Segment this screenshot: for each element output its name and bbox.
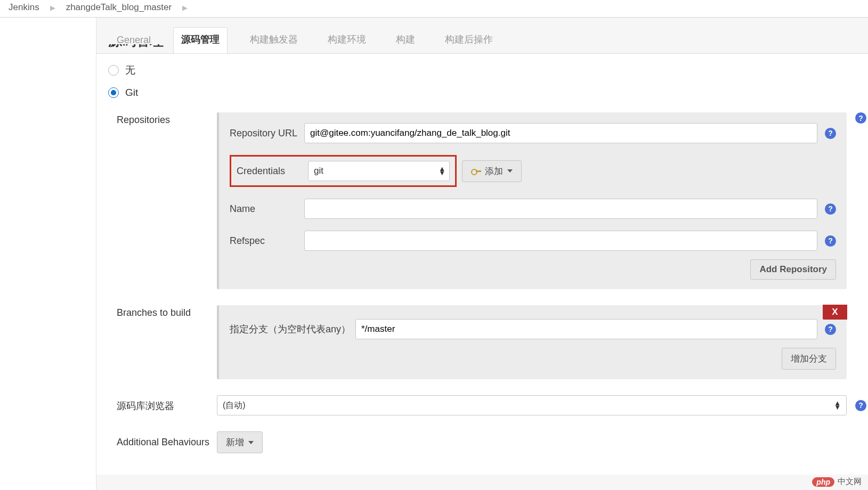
- watermark: php 中文网: [812, 477, 862, 487]
- select-arrows-icon: ▲▼: [834, 401, 841, 410]
- help-icon[interactable]: ?: [825, 203, 836, 215]
- repo-browser-select[interactable]: (自动) ▲▼: [217, 395, 847, 415]
- add-repository-button[interactable]: Add Repository: [750, 259, 836, 280]
- breadcrumb-separator-icon: ▶: [182, 4, 188, 12]
- help-icon[interactable]: ?: [825, 235, 836, 247]
- branch-spec-input[interactable]: [355, 319, 817, 339]
- refspec-input[interactable]: [304, 231, 817, 251]
- branch-spec-row: 指定分支（为空时代表any） ?: [230, 319, 836, 339]
- repo-name-row: Name ?: [230, 199, 836, 219]
- branches-panel: X 指定分支（为空时代表any） ? 增加分支: [217, 305, 847, 379]
- breadcrumb-project[interactable]: zhangdeTalk_blog_master: [66, 2, 172, 13]
- credentials-select[interactable]: git ▲▼: [308, 161, 450, 181]
- branch-spec-label: 指定分支（为空时代表any）: [230, 323, 355, 336]
- add-branch-button[interactable]: 增加分支: [782, 348, 836, 370]
- scm-option-none-label: 无: [125, 63, 135, 77]
- form-body: 源码管理 无 Git Repositories Repository URL: [96, 53, 868, 475]
- help-icon[interactable]: ?: [855, 400, 866, 411]
- credentials-label: Credentials: [237, 166, 308, 177]
- repo-browser-value: (自动): [223, 400, 246, 411]
- refspec-row: Refspec ?: [230, 231, 836, 251]
- scm-radio-group: 无 Git: [96, 52, 868, 112]
- breadcrumb-root[interactable]: Jenkins: [9, 2, 39, 13]
- add-behaviour-label: 新增: [226, 436, 244, 448]
- radio-icon: [108, 65, 119, 76]
- key-icon: [471, 168, 481, 174]
- repositories-label: Repositories: [117, 112, 217, 126]
- additional-behaviours-section: Additional Behaviours 新增: [117, 431, 868, 453]
- scm-option-git-label: Git: [125, 87, 138, 99]
- scm-option-none[interactable]: 无: [108, 63, 856, 77]
- repo-browser-section: 源码库浏览器 (自动) ▲▼ ?: [117, 395, 868, 415]
- watermark-pill: php: [812, 477, 834, 487]
- repositories-panel: Repository URL ? Credentials git ▲▼: [217, 112, 847, 289]
- repo-name-label: Name: [230, 203, 304, 215]
- repo-name-input[interactable]: [304, 199, 817, 219]
- additional-behaviours-label: Additional Behaviours: [117, 431, 217, 448]
- branches-label: Branches to build: [117, 305, 217, 318]
- chevron-down-icon: [507, 169, 513, 173]
- repo-url-input[interactable]: [304, 123, 817, 143]
- repositories-section: Repositories Repository URL ? Credential…: [117, 112, 868, 289]
- git-config: Repositories Repository URL ? Credential…: [117, 112, 868, 475]
- credentials-row: Credentials git ▲▼ 添加: [230, 155, 836, 187]
- config-content: General 源码管理 构建触发器 构建环境 构建 构建后操作 源码管理 无 …: [96, 18, 868, 490]
- repo-url-label: Repository URL: [230, 128, 304, 139]
- radio-selected-icon: [108, 87, 119, 98]
- chevron-down-icon: [248, 441, 254, 444]
- add-behaviour-button[interactable]: 新增: [217, 431, 263, 453]
- refspec-label: Refspec: [230, 235, 304, 247]
- section-heading-scm: 源码管理: [96, 44, 868, 52]
- help-icon[interactable]: ?: [855, 112, 866, 124]
- watermark-text: 中文网: [838, 477, 862, 487]
- credentials-value: git: [314, 166, 323, 176]
- remove-branch-button[interactable]: X: [823, 305, 847, 320]
- add-credentials-label: 添加: [485, 165, 503, 177]
- help-icon[interactable]: ?: [825, 324, 836, 335]
- help-icon[interactable]: ?: [825, 128, 836, 139]
- select-arrows-icon: ▲▼: [439, 167, 445, 175]
- credentials-highlight: Credentials git ▲▼: [230, 155, 457, 187]
- breadcrumb-bar: Jenkins ▶ zhangdeTalk_blog_master ▶: [0, 0, 868, 18]
- repo-browser-label: 源码库浏览器: [117, 395, 217, 412]
- add-credentials-button[interactable]: 添加: [462, 160, 522, 182]
- repo-url-row: Repository URL ?: [230, 123, 836, 143]
- branches-section: Branches to build X 指定分支（为空时代表any） ? 增加分…: [117, 305, 868, 379]
- scm-option-git[interactable]: Git: [108, 87, 856, 99]
- breadcrumb-separator-icon: ▶: [50, 4, 55, 12]
